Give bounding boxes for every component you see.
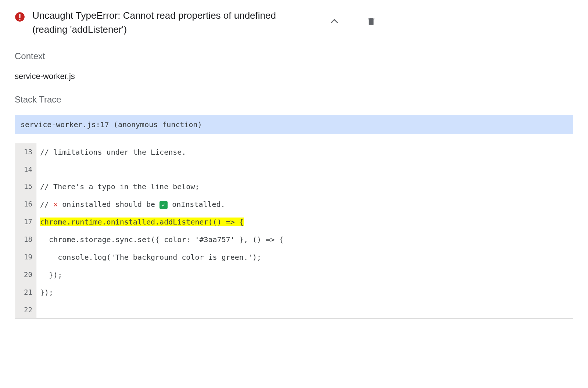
- error-title: Uncaught TypeError: Cannot read properti…: [32, 9, 319, 36]
- code-line: 15 // There's a typo in the line below;: [15, 178, 573, 195]
- delete-button[interactable]: [363, 14, 379, 29]
- code-content: });: [36, 284, 573, 301]
- line-number: 18: [15, 231, 36, 248]
- collapse-button[interactable]: [326, 13, 343, 29]
- error-header: Uncaught TypeError: Cannot read properti…: [15, 9, 573, 36]
- code-line: 21 });: [15, 284, 573, 301]
- context-heading: Context: [15, 51, 573, 61]
- cross-icon: ✕: [53, 200, 58, 209]
- line-number: 17: [15, 213, 36, 231]
- stack-trace-heading: Stack Trace: [15, 94, 573, 105]
- line-number: 13: [15, 143, 36, 161]
- code-content: // limitations under the License.: [36, 143, 573, 161]
- code-line: 14: [15, 161, 573, 178]
- code-viewer: 13 // limitations under the License. 14 …: [15, 143, 573, 319]
- code-line: 18 chrome.storage.sync.set({ color: '#3a…: [15, 231, 573, 248]
- check-icon: ✓: [159, 201, 168, 209]
- line-number: 20: [15, 266, 36, 284]
- error-icon: [15, 12, 25, 22]
- code-content: chrome.storage.sync.set({ color: '#3aa75…: [36, 231, 573, 248]
- code-line: 19 console.log('The background color is …: [15, 248, 573, 266]
- code-content: // There's a typo in the line below;: [36, 178, 573, 195]
- code-line: 22: [15, 301, 573, 318]
- line-number: 16: [15, 195, 36, 213]
- line-number: 15: [15, 178, 36, 195]
- code-line-highlighted: 17 chrome.runtime.oninstalled.addListene…: [15, 213, 573, 231]
- code-line: 13 // limitations under the License.: [15, 143, 573, 161]
- line-number: 22: [15, 301, 36, 318]
- code-line: 16 // ✕ oninstalled should be ✓ onInstal…: [15, 195, 573, 213]
- code-content: // ✕ oninstalled should be ✓ onInstalled…: [36, 195, 573, 213]
- trash-icon: [366, 17, 376, 26]
- code-content: });: [36, 266, 573, 284]
- code-content: chrome.runtime.oninstalled.addListener((…: [36, 213, 573, 231]
- svg-rect-1: [19, 14, 20, 18]
- context-file: service-worker.js: [15, 72, 573, 81]
- chevron-up-icon: [329, 16, 340, 26]
- code-content: console.log('The background color is gre…: [36, 248, 573, 266]
- svg-rect-2: [19, 19, 20, 20]
- divider: [353, 12, 353, 31]
- code-content: [36, 161, 573, 178]
- stack-frame[interactable]: service-worker.js:17 (anonymous function…: [15, 115, 573, 134]
- code-line: 20 });: [15, 266, 573, 284]
- line-number: 14: [15, 161, 36, 178]
- line-number: 19: [15, 248, 36, 266]
- header-actions: [326, 9, 379, 31]
- code-content: [36, 301, 573, 318]
- line-number: 21: [15, 284, 36, 301]
